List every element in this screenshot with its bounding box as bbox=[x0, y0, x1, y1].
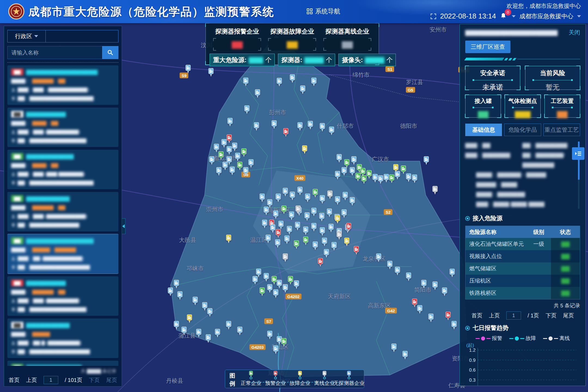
map-marker[interactable] bbox=[386, 261, 394, 270]
map-marker[interactable] bbox=[229, 166, 236, 176]
legend-series[interactable]: 离线 bbox=[543, 335, 570, 342]
map-marker[interactable] bbox=[214, 329, 221, 338]
tab-危险化学品[interactable]: 危险化学品 bbox=[504, 124, 541, 136]
map-marker[interactable] bbox=[281, 253, 289, 262]
map-marker[interactable] bbox=[225, 321, 232, 330]
legend-series[interactable]: 故障 bbox=[509, 335, 536, 342]
map-marker[interactable] bbox=[226, 118, 234, 127]
map-marker[interactable] bbox=[340, 167, 348, 176]
map-marker[interactable] bbox=[281, 188, 289, 197]
map-marker[interactable] bbox=[242, 77, 249, 87]
map-marker[interactable] bbox=[334, 215, 341, 224]
map-marker[interactable] bbox=[263, 206, 270, 216]
map-marker[interactable] bbox=[243, 105, 251, 114]
map-marker[interactable] bbox=[226, 146, 233, 155]
map-marker[interactable] bbox=[264, 234, 272, 244]
map-marker[interactable] bbox=[293, 280, 300, 289]
map-marker[interactable] bbox=[289, 191, 296, 201]
map-marker[interactable] bbox=[321, 237, 328, 247]
pagination-prev[interactable]: 上页 bbox=[489, 312, 500, 319]
map-marker[interactable] bbox=[176, 291, 183, 300]
map-marker[interactable] bbox=[345, 223, 352, 232]
map-marker[interactable] bbox=[272, 289, 280, 298]
map-marker[interactable] bbox=[270, 120, 278, 129]
map-marker[interactable] bbox=[288, 211, 295, 220]
pagination-next[interactable]: 下页 bbox=[89, 376, 100, 384]
fullscreen-icon[interactable] bbox=[430, 13, 436, 19]
table-row[interactable]: 视频接入点位 ▇▇ bbox=[465, 250, 580, 262]
map-marker[interactable] bbox=[318, 123, 326, 132]
company-card[interactable]: ▇▇ ▇▇▇▇▇▇▇▇▇▇ ▇▇▇▇：▇▇▇▇－▇▇ ▇▇▇：▇▇▇ (▇▇▇▇… bbox=[7, 108, 118, 147]
map-marker[interactable] bbox=[336, 154, 343, 163]
map-marker[interactable] bbox=[215, 167, 222, 176]
map-marker[interactable] bbox=[277, 220, 285, 230]
map-marker[interactable] bbox=[259, 193, 266, 203]
map-marker[interactable] bbox=[307, 121, 314, 130]
map-marker[interactable] bbox=[311, 241, 319, 250]
map-marker[interactable] bbox=[444, 311, 452, 321]
map-marker[interactable] bbox=[259, 287, 266, 296]
map-marker[interactable] bbox=[207, 68, 215, 77]
map-marker[interactable] bbox=[431, 186, 439, 195]
map-marker[interactable] bbox=[261, 219, 268, 229]
map-marker[interactable] bbox=[390, 343, 398, 353]
company-card[interactable]: ▇▇ ▇▇▇▇▇▇▇▇▇▇▇ ▇▇▇▇：▇▇▇▇▇▇－▇▇ ▇▇▇：▇▇▇ (▇… bbox=[7, 192, 118, 231]
map-marker[interactable] bbox=[310, 223, 318, 232]
map-marker[interactable] bbox=[303, 212, 311, 221]
map-marker[interactable] bbox=[340, 209, 348, 218]
map-marker[interactable] bbox=[294, 222, 301, 231]
company-card[interactable]: ▇▇ ▇▇▇▇▇▇▇▇▇▇▇ ▇▇▇▇：▇▇▇▇▇ ▇▇▇：▇▇ ▇ (▇▇▇▇… bbox=[7, 318, 118, 358]
3d-plant-patrol-button[interactable]: 三维厂区巡查 bbox=[465, 41, 510, 53]
map-marker[interactable] bbox=[218, 151, 225, 160]
search-input[interactable] bbox=[7, 46, 102, 59]
map-marker[interactable] bbox=[431, 281, 439, 290]
map-marker[interactable] bbox=[330, 242, 338, 251]
map-marker[interactable] bbox=[222, 161, 229, 171]
map-marker[interactable] bbox=[289, 74, 296, 83]
company-card[interactable]: ▇▇ ▇▇▇▇▇▇▇▇▇▇▇▇▇▇▇▇▇ ▇▇▇▇：▇▇▇▇▇－▇▇▇▇▇▇ ▇… bbox=[7, 234, 118, 274]
map-marker[interactable] bbox=[206, 308, 214, 317]
page-input[interactable] bbox=[506, 311, 521, 320]
region-dropdown[interactable]: 行政区 bbox=[8, 30, 46, 42]
map-marker[interactable] bbox=[286, 226, 293, 235]
map-marker[interactable] bbox=[280, 205, 288, 215]
map-marker[interactable] bbox=[252, 276, 259, 285]
map-marker[interactable] bbox=[295, 205, 302, 215]
map-marker[interactable] bbox=[328, 126, 335, 136]
map-marker[interactable] bbox=[336, 231, 343, 240]
map-marker[interactable] bbox=[293, 240, 300, 249]
map-marker[interactable] bbox=[276, 78, 283, 87]
map-marker[interactable] bbox=[302, 226, 310, 235]
map-marker[interactable] bbox=[236, 326, 244, 336]
map-marker[interactable] bbox=[420, 280, 428, 289]
map-marker[interactable] bbox=[388, 174, 395, 183]
region-value-field[interactable] bbox=[46, 30, 118, 42]
map-marker[interactable] bbox=[402, 351, 409, 360]
map-marker[interactable] bbox=[348, 197, 356, 206]
chevron-down-icon[interactable] bbox=[577, 15, 581, 17]
map-marker[interactable] bbox=[302, 236, 310, 246]
map-marker[interactable] bbox=[318, 213, 325, 222]
map-marker[interactable] bbox=[441, 287, 448, 296]
map-marker[interactable] bbox=[301, 145, 308, 154]
map-marker[interactable] bbox=[405, 272, 412, 281]
page-input[interactable] bbox=[44, 376, 58, 384]
pagination-first[interactable]: 首页 bbox=[471, 312, 482, 319]
tab-重点监管工艺[interactable]: 重点监管工艺 bbox=[543, 124, 580, 136]
table-row[interactable]: 压缩机区 ▇▇ bbox=[465, 275, 580, 287]
map-marker[interactable] bbox=[234, 152, 241, 162]
map-marker[interactable] bbox=[299, 85, 307, 94]
map-marker[interactable] bbox=[327, 223, 335, 233]
pagination-last[interactable]: 尾页 bbox=[563, 312, 574, 319]
map-marker[interactable] bbox=[296, 186, 304, 196]
map-marker[interactable] bbox=[394, 267, 401, 276]
map-marker[interactable] bbox=[274, 229, 282, 238]
map-marker[interactable] bbox=[334, 196, 341, 205]
map-marker[interactable] bbox=[272, 210, 280, 219]
map-marker[interactable] bbox=[281, 284, 289, 293]
pagination-next[interactable]: 下页 bbox=[546, 312, 556, 319]
map-marker[interactable] bbox=[185, 65, 192, 74]
map-marker[interactable] bbox=[173, 321, 180, 330]
legend-series[interactable]: 报警 bbox=[476, 335, 502, 342]
map-marker[interactable] bbox=[360, 175, 368, 184]
